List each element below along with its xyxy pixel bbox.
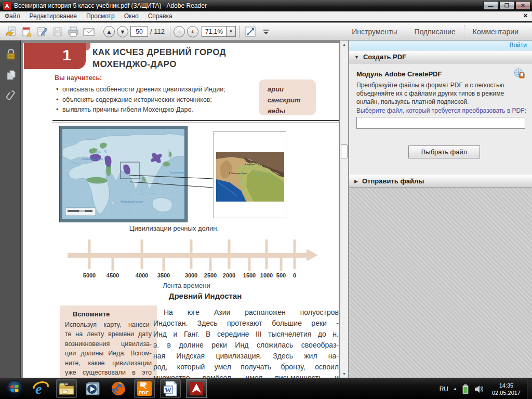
tools-tab[interactable]: Инструменты xyxy=(343,28,405,36)
learn-header: Вы научитесь: xyxy=(55,74,102,82)
pdf-page: 1 КАК ИСЧЕЗ ДРЕВНИЙ ГОРОД МОХЕНДЖО-ДАРО … xyxy=(23,43,339,378)
close-document-icon[interactable]: ✕ xyxy=(523,12,528,19)
previous-page-button[interactable]: ▲ xyxy=(103,26,115,37)
restore-button[interactable]: ❐ xyxy=(499,1,514,10)
pages-panel-icon[interactable] xyxy=(0,66,21,84)
security-lock-icon[interactable] xyxy=(0,46,21,63)
send-files-header[interactable]: ▶ Отправить файлы xyxy=(349,175,532,188)
next-page-button[interactable]: ▼ xyxy=(117,26,128,37)
svg-text:PDF: PDF xyxy=(139,390,149,395)
zoom-in-button[interactable]: + xyxy=(187,26,198,37)
createpdf-globe-icon xyxy=(513,68,525,78)
email-button[interactable] xyxy=(82,25,96,38)
page-number-input[interactable] xyxy=(130,26,148,37)
zoom-level-value[interactable]: 71,1% xyxy=(202,26,227,37)
body-line: род, который умел получать бронзу, освои… xyxy=(153,362,339,373)
send-files-header-label: Отправить файлы xyxy=(362,177,424,185)
file-explorer-icon[interactable] xyxy=(56,379,77,398)
battery-icon[interactable] xyxy=(462,384,469,394)
menu-file[interactable]: Файл xyxy=(0,11,25,21)
timeline-caption: Лента времени xyxy=(142,282,231,289)
adobe-reader-app-icon xyxy=(3,2,11,10)
scrollbar-thumb[interactable] xyxy=(341,144,348,158)
navigation-pane xyxy=(0,41,21,378)
adobe-reader-taskbar-icon[interactable] xyxy=(186,379,207,398)
sign-pen-icon xyxy=(36,25,48,38)
world-map-figure: Средиземное море Индийский океан Тихий о… xyxy=(60,126,187,222)
india-satellite-image: Хараппа Мохенджо-Даро xyxy=(216,152,284,202)
fit-window-button[interactable] xyxy=(243,25,258,38)
recall-box: Вспомните Используя карту, нанеси-те на … xyxy=(60,305,157,378)
comments-tab[interactable]: Комментарии xyxy=(464,28,527,36)
start-button[interactable] xyxy=(4,379,25,398)
timeline-tick-label: 2000 xyxy=(223,272,235,278)
body-line: ная Индская цивилизация. Здесь жил на- xyxy=(153,351,339,362)
body-line: На юге Азии расположен полуостров xyxy=(153,307,339,318)
toolbar-more-icon xyxy=(262,28,270,35)
timeline-arrow-shaft xyxy=(68,253,308,258)
close-button[interactable]: ✕ xyxy=(515,1,530,10)
menu-help[interactable]: Справка xyxy=(143,11,177,21)
timeline-tick xyxy=(88,240,91,269)
learn-list: описывать особенности древних цивилизаци… xyxy=(56,86,254,116)
scroll-down-arrow[interactable]: ▼ xyxy=(340,370,348,378)
section-heading: Древний Индостан xyxy=(153,291,257,300)
system-tray: RU ▲ 14:35 02.05.2017 xyxy=(440,378,521,399)
internet-explorer-icon[interactable]: e xyxy=(30,379,51,398)
word-icon[interactable]: W xyxy=(160,379,181,398)
recall-line: Используя карту, нанеси- xyxy=(65,320,152,329)
create-pdf-header-label: Создать PDF xyxy=(363,53,406,61)
menu-edit[interactable]: Редактирование xyxy=(25,11,82,21)
scroll-up-arrow[interactable]: ▲ xyxy=(340,41,348,48)
windows-taskbar: e xyxy=(0,378,532,399)
toolbar-more-button[interactable] xyxy=(259,25,273,38)
pdf-app-icon[interactable]: PDF xyxy=(134,379,155,398)
zoom-dropdown-button[interactable]: ▼ xyxy=(227,26,236,37)
map-caption: Цивилизации речных долин. xyxy=(60,224,288,232)
menu-bar: Файл Редактирование Просмотр Окно Справк… xyxy=(0,11,532,22)
choose-file-button[interactable]: Выбрать файл xyxy=(408,145,480,158)
recall-line: возникновения цивилиза- xyxy=(65,339,152,349)
tools-panel: Войти ▼ Создать PDF Модуль Adobe CreateP… xyxy=(349,41,532,378)
recall-line: уже существовали в это xyxy=(65,368,152,377)
volume-icon[interactable] xyxy=(474,384,484,394)
create-pdf-icon xyxy=(20,25,33,38)
title-bar[interactable]: Всемирная история 5 класс учебник.pdf (З… xyxy=(0,0,532,11)
sign-in-link[interactable]: Войти xyxy=(509,42,527,49)
print-button[interactable] xyxy=(66,25,81,38)
tray-expand-icon[interactable]: ▲ xyxy=(453,387,457,391)
sign-button[interactable] xyxy=(35,25,49,38)
create-pdf-button[interactable] xyxy=(19,25,34,38)
timeline-tick-label: 3500 xyxy=(157,272,170,278)
minimize-button[interactable]: ▬ xyxy=(483,1,498,10)
sign-tab[interactable]: Подписание xyxy=(406,28,464,36)
timeline-tick xyxy=(280,253,283,271)
menu-window[interactable]: Окно xyxy=(119,11,143,21)
language-indicator[interactable]: RU xyxy=(440,385,448,393)
timeline-tick xyxy=(112,253,114,271)
learn-item: описывать особенности древних цивилизаци… xyxy=(56,86,254,93)
sign-in-bar: Войти xyxy=(349,41,532,50)
create-pdf-module: Модуль Adobe CreatePDF Преобразуйте файл… xyxy=(349,64,532,175)
indian-ocean-label: Индийский океан xyxy=(121,200,143,203)
window-title: Всемирная история 5 класс учебник.pdf (З… xyxy=(14,2,207,9)
create-pdf-header[interactable]: ▼ Создать PDF xyxy=(349,50,532,63)
file-path-input[interactable] xyxy=(356,117,525,129)
zoom-out-button[interactable]: – xyxy=(174,26,185,37)
document-scrollbar[interactable]: ▲ ▼ xyxy=(340,41,349,378)
windows-start-orb-icon xyxy=(6,380,23,397)
media-player-icon[interactable] xyxy=(82,379,103,398)
menu-view[interactable]: Просмотр xyxy=(82,11,119,21)
taskbar-clock[interactable]: 14:35 02.05.2017 xyxy=(492,382,521,396)
open-file-button[interactable] xyxy=(4,25,18,38)
print-icon xyxy=(67,25,79,38)
document-area[interactable]: 1 КАК ИСЧЕЗ ДРЕВНИЙ ГОРОД МОХЕНДЖО-ДАРО … xyxy=(22,41,340,378)
show-desktop-button[interactable] xyxy=(527,378,532,399)
firefox-icon[interactable] xyxy=(108,379,129,398)
timeline-tick-label: 3000 xyxy=(185,272,197,278)
body-line: э. в долине реки Инд сложилась своеобраз… xyxy=(153,340,339,351)
attachments-paperclip-icon[interactable] xyxy=(0,87,21,105)
timeline-tick xyxy=(141,240,143,269)
save-button[interactable] xyxy=(50,25,65,38)
learn-item: объяснять содержание исторических источн… xyxy=(56,96,254,103)
